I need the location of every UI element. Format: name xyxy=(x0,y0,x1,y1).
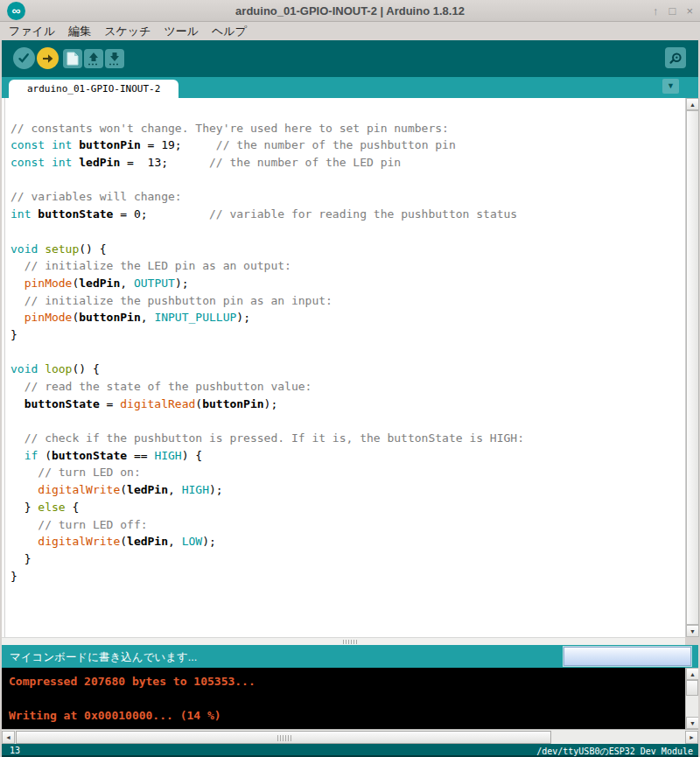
board-port-info: /dev/ttyUSB0のESP32 Dev Module xyxy=(536,746,693,757)
upload-statusbar: マイコンボードに書き込んでいます... xyxy=(2,645,698,668)
toolbar xyxy=(2,40,698,77)
menu-item[interactable]: 編集 xyxy=(68,24,91,39)
console-lines: Compressed 207680 bytes to 105353...Writ… xyxy=(9,673,256,725)
console-output: Compressed 207680 bytes to 105353...Writ… xyxy=(2,668,698,729)
console-scroll-down-icon[interactable]: ▼ xyxy=(686,717,698,729)
tabstrip: arduino_01-GPIO-INOUT-2 ▼ xyxy=(2,77,698,98)
tab-active-sketch[interactable]: arduino_01-GPIO-INOUT-2 xyxy=(9,80,178,98)
arrow-up-icon xyxy=(87,52,101,67)
splitter-grip[interactable] xyxy=(343,640,357,644)
save-sketch-button[interactable] xyxy=(105,49,124,68)
check-icon xyxy=(17,51,32,66)
editor-scrollbar-thumb[interactable] xyxy=(686,110,699,625)
open-sketch-button[interactable] xyxy=(84,49,103,68)
scroll-down-icon[interactable]: ▼ xyxy=(686,625,699,637)
new-sketch-button[interactable] xyxy=(63,49,82,68)
shade-window-icon[interactable]: ↑ xyxy=(653,4,659,18)
cursor-line-number: 13 xyxy=(10,746,20,755)
arrow-down-icon xyxy=(108,52,122,67)
console-vertical-scrollbar[interactable]: ▲ ▼ xyxy=(685,668,698,729)
menu-item[interactable]: ヘルプ xyxy=(212,24,247,39)
bottom-horizontal-scrollbar[interactable]: ◄ ► xyxy=(2,729,698,744)
arduino-ide-window: ∞ arduino_01-GPIO-INOUT-2 | Arduino 1.8.… xyxy=(0,0,700,757)
titlebar: ∞ arduino_01-GPIO-INOUT-2 | Arduino 1.8.… xyxy=(0,0,700,22)
document-icon xyxy=(66,52,79,66)
close-window-icon[interactable]: × xyxy=(686,4,693,18)
menu-item[interactable]: ファイル xyxy=(9,24,55,39)
editor-horizontal-scrollbar[interactable] xyxy=(2,637,685,645)
window-title: arduino_01-GPIO-INOUT-2 | Arduino 1.8.12 xyxy=(0,4,700,18)
menu-item[interactable]: ツール xyxy=(164,24,199,39)
menu-item[interactable]: スケッチ xyxy=(104,24,150,39)
magnifier-icon xyxy=(668,51,683,66)
editor-vertical-scrollbar[interactable]: ▲ ▼ xyxy=(685,98,698,637)
code-area[interactable]: // constants won't change. They're used … xyxy=(10,102,524,585)
code-editor[interactable]: // constants won't change. They're used … xyxy=(2,98,685,637)
upload-status-message: マイコンボードに書き込んでいます... xyxy=(10,650,197,665)
scrollbar-grip xyxy=(277,735,291,741)
scroll-left-icon[interactable]: ◄ xyxy=(2,731,15,744)
editor-gutter xyxy=(2,98,5,637)
arrow-right-icon xyxy=(41,52,55,66)
verify-button[interactable] xyxy=(13,47,35,69)
scroll-up-icon[interactable]: ▲ xyxy=(686,98,699,110)
console-scrollbar-thumb[interactable] xyxy=(686,680,698,696)
scroll-right-icon[interactable]: ► xyxy=(685,731,698,744)
menubar-items: ファイル編集スケッチツールヘルプ xyxy=(0,22,700,40)
serial-monitor-button[interactable] xyxy=(665,47,686,68)
maximize-window-icon[interactable]: □ xyxy=(669,4,676,18)
upload-progressbar xyxy=(564,647,691,666)
footer-statusbar: 13 /dev/ttyUSB0のESP32 Dev Module xyxy=(2,744,698,757)
bottom-scrollbar-thumb[interactable] xyxy=(16,731,551,744)
arduino-logo-icon: ∞ xyxy=(7,2,25,20)
upload-button[interactable] xyxy=(37,47,59,69)
console-scroll-up-icon[interactable]: ▲ xyxy=(686,668,698,680)
tab-list-dropdown-button[interactable]: ▼ xyxy=(662,79,679,94)
